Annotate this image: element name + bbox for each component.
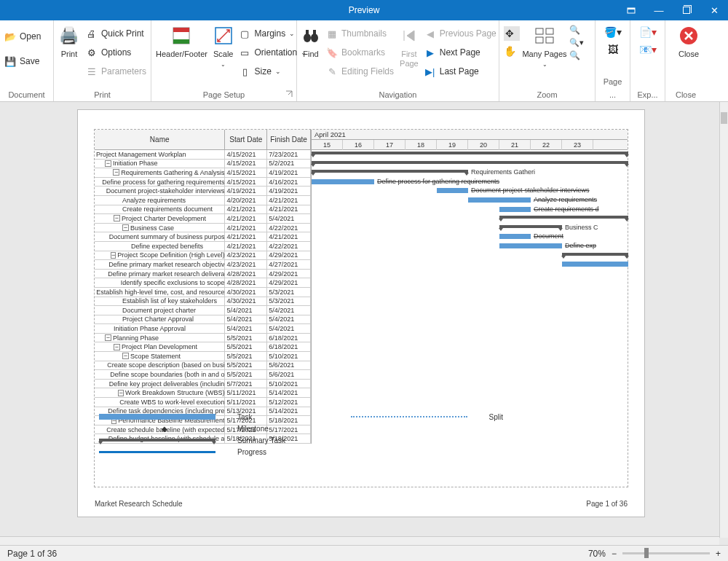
horizontal-scrollbar[interactable] — [0, 536, 719, 545]
zoom-out-icon[interactable]: 🔍 — [569, 25, 584, 35]
thumbnails-button[interactable]: ▦Thumbnails — [326, 25, 394, 42]
gantt-bar-label: Requirements Gatheri — [471, 168, 535, 176]
table-row: −Project Scope Definition (High Level)4/… — [95, 251, 311, 261]
gantt-task-bar — [499, 207, 531, 212]
hand-icon[interactable]: ✋ — [504, 45, 520, 57]
column-header-finish: Finish Date — [267, 130, 311, 149]
pointer-icon[interactable]: ✥ — [504, 26, 520, 41]
group-caption-document: Document — [4, 88, 49, 101]
expand-icon: − — [114, 344, 120, 350]
gantt-task-bar — [562, 262, 628, 267]
gantt-day: 16 — [343, 140, 374, 150]
margins-button[interactable]: ▢Margins ⌄ — [239, 25, 306, 42]
expand-icon: − — [114, 215, 120, 221]
gantt-bar-label: Document project-stakeholder interviews — [471, 187, 590, 194]
vertical-scrollbar[interactable] — [719, 102, 728, 538]
restore-icon[interactable] — [673, 0, 700, 20]
table-row: Project Charter Approval5/4/20215/4/2021 — [95, 315, 311, 325]
zoom-in-icon[interactable]: 🔍 — [569, 50, 584, 60]
chevron-down-icon: ⌄ — [289, 30, 295, 37]
bookmarks-button[interactable]: 🔖Bookmarks — [326, 44, 394, 61]
table-row: Define primary market research objectiv4… — [95, 260, 311, 270]
dialog-launcher-icon[interactable] — [285, 90, 293, 98]
save-button[interactable]: 💾Save — [4, 52, 49, 70]
window-title: Preview — [349, 5, 380, 15]
legend: Task ◆Milestone Summary Task Progress Sp… — [95, 407, 628, 462]
first-page-button[interactable]: First Page — [400, 23, 419, 68]
orientation-button[interactable]: ▭Orientation ⌄ — [239, 44, 306, 61]
table-row: Define scope boundaries (both in and o5/… — [95, 370, 311, 380]
watermark-icon[interactable]: 🖼 — [608, 44, 618, 55]
footer-page: Page 1 of 36 — [586, 500, 628, 508]
svg-rect-4 — [173, 39, 189, 44]
open-button[interactable]: 📂Open — [4, 28, 49, 45]
gantt-day: 23 — [562, 140, 593, 150]
orientation-icon: ▭ — [239, 47, 250, 58]
zoom-exact-icon[interactable]: 🔍▾ — [569, 38, 584, 47]
previous-page-button[interactable]: ◀Previous Page — [424, 25, 496, 42]
status-page: Page 1 of 36 — [7, 549, 57, 559]
svg-rect-12 — [536, 37, 543, 43]
size-button[interactable]: ▯Size ⌄ — [239, 63, 306, 80]
parameters-button[interactable]: ☰Parameters — [86, 63, 146, 80]
table-row: −Scope Statement5/5/20215/10/2021 — [95, 352, 311, 361]
table-row: −Planning Phase5/5/20216/18/2021 — [95, 334, 311, 343]
prev-page-icon: ◀ — [424, 28, 436, 39]
minimize-icon[interactable]: — — [645, 0, 673, 20]
last-page-button[interactable]: ▶|Last Page — [424, 63, 496, 80]
export-pdf-icon[interactable]: 📄▾ — [639, 26, 657, 38]
chevron-down-icon: ⌄ — [301, 49, 306, 56]
gantt-bar-label: Define process for gathering requirement… — [377, 178, 499, 185]
page-color-icon[interactable]: 🪣▾ — [604, 26, 622, 38]
table-row: −Project Charter Development4/21/20215/4… — [95, 214, 311, 224]
expand-icon: − — [113, 169, 119, 176]
many-pages-button[interactable]: Many Pages⌄ — [522, 23, 567, 69]
zoom-slider[interactable] — [622, 552, 710, 554]
svg-rect-11 — [546, 28, 553, 34]
gantt-task-bar — [499, 234, 531, 239]
preview-workspace: Name Start Date Finish Date Project Mana… — [0, 102, 719, 545]
gantt-day: 20 — [468, 140, 499, 150]
quick-print-button[interactable]: 🖨Quick Print — [86, 25, 146, 42]
gantt-chart: April 2021 151617181920212223 Requiremen… — [312, 130, 628, 150]
gantt-summary-bar — [562, 253, 628, 256]
export-mail-icon[interactable]: 📧▾ — [639, 44, 657, 55]
header-footer-button[interactable]: Header/Footer — [156, 23, 207, 59]
options-button[interactable]: ⚙Options — [86, 44, 146, 61]
header-footer-icon — [171, 23, 191, 48]
table-row: Define key project deliverables (includi… — [95, 380, 311, 389]
group-caption-page: Page ... — [600, 75, 625, 101]
table-row: Document summary of business purpos4/21/… — [95, 232, 311, 242]
folder-open-icon: 📂 — [4, 31, 16, 42]
pin-icon[interactable] — [617, 0, 645, 20]
gantt-day: 22 — [531, 140, 562, 150]
next-page-icon: ▶ — [424, 47, 436, 58]
gantt-summary-bar — [312, 170, 468, 173]
gantt-task-bar — [437, 188, 468, 193]
gantt-summary-bar — [499, 216, 628, 219]
expand-icon: − — [122, 224, 129, 231]
scale-button[interactable]: Scale⌄ — [213, 23, 234, 69]
expand-icon: − — [105, 334, 111, 341]
print-button[interactable]: 🖨️ Print — [58, 23, 80, 59]
table-row: Analyze requirements4/20/20214/21/2021 — [95, 196, 311, 205]
zoom-minus-icon[interactable]: − — [612, 549, 617, 559]
close-button[interactable]: Close — [670, 23, 708, 59]
gantt-task-bar — [312, 179, 374, 184]
zoom-plus-icon[interactable]: + — [716, 549, 721, 559]
page-size-icon: ▯ — [239, 66, 250, 77]
gantt-task-bar — [499, 243, 562, 248]
gantt-summary-bar — [312, 152, 628, 154]
gantt-day: 15 — [312, 140, 343, 150]
gear-icon: ⚙ — [86, 47, 98, 58]
table-row: −Initiation Phase4/15/20215/2/2021 — [95, 160, 311, 169]
close-icon[interactable]: ✕ — [700, 0, 728, 20]
gantt-bar-label: Define exp — [565, 242, 596, 249]
gantt-bar-label: Create requirements d — [534, 205, 599, 213]
next-page-button[interactable]: ▶Next Page — [424, 44, 496, 61]
table-row: −Work Breakdown Structure (WBS)5/11/2021… — [95, 388, 311, 398]
parameters-icon: ☰ — [86, 66, 98, 77]
table-row: Establish list of key stakeholders4/30/2… — [95, 297, 311, 307]
table-row: Establish high-level time, cost, and res… — [95, 288, 311, 297]
editing-fields-button[interactable]: ✎Editing Fields — [326, 63, 394, 80]
